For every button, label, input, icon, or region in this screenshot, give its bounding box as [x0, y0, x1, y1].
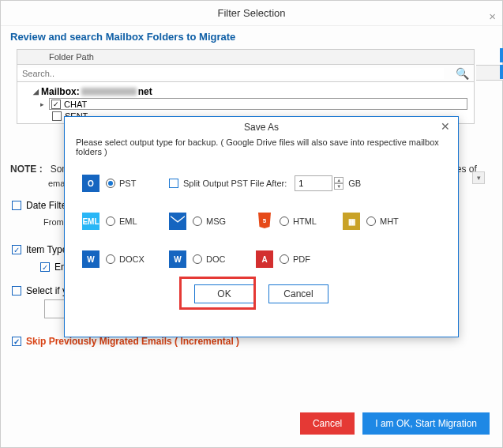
dialog-title-row: Save As ✕ [65, 117, 458, 136]
item-type-label: Item Type [26, 244, 67, 255]
dialog-title: Save As [244, 122, 279, 133]
folder-tree: Folder Path ▲ ✓ ✕ 🔍 ◢ Mailbox: net ▸ ✓ C… [17, 49, 486, 124]
start-migration-button[interactable]: I am OK, Start Migration [362, 412, 490, 435]
format-doc[interactable]: W DOC [169, 250, 256, 268]
checkbox[interactable] [12, 201, 21, 210]
spin-down-icon: ▼ [334, 183, 343, 190]
bottom-buttons: Cancel I am OK, Start Migration [300, 412, 490, 435]
caret-down-icon[interactable]: ◢ [33, 88, 41, 96]
check-all-button[interactable]: ✓ [500, 48, 503, 62]
tree-action-buttons: ✓ ✕ [500, 48, 503, 81]
checkbox[interactable] [40, 262, 50, 272]
checkbox[interactable] [12, 286, 21, 296]
word-icon: W [82, 250, 99, 268]
window-title: Filter Selection [218, 7, 286, 19]
format-mht[interactable]: ▦ MHT [343, 213, 430, 230]
header-sort-icon[interactable]: ▲ [476, 65, 503, 81]
word-icon: W [169, 250, 186, 268]
checkbox-split[interactable] [169, 179, 178, 188]
format-docx[interactable]: W DOCX [82, 250, 169, 268]
folder-row-chat[interactable]: ▸ ✓ CHAT [49, 98, 467, 110]
filter-selection-window: Filter Selection × Review and search Mai… [0, 0, 503, 448]
split-option[interactable]: Split Output PST File After: ▲▼ GB [169, 175, 361, 191]
folder-path-header[interactable]: Folder Path [17, 49, 475, 65]
split-value-input[interactable] [295, 175, 332, 191]
cancel-button[interactable]: Cancel [300, 412, 355, 435]
checkbox[interactable] [12, 245, 21, 254]
mailbox-label: Mailbox: [41, 86, 80, 97]
section-subtitle: Review and search Mailbox Folders to Mig… [1, 26, 502, 49]
folder-path-label: Folder Path [49, 52, 94, 62]
format-eml[interactable]: EML EML [82, 213, 169, 230]
eml-icon: EML [82, 213, 99, 230]
radio-html[interactable] [280, 216, 289, 226]
checkbox-sent[interactable] [52, 111, 62, 121]
folder-label: CHAT [64, 100, 87, 109]
radio-pst[interactable] [106, 179, 115, 188]
pdf-icon: A [256, 250, 273, 268]
mht-icon: ▦ [343, 213, 360, 230]
dialog-hint: Please select output type for backup. ( … [65, 136, 458, 164]
search-input[interactable] [17, 68, 444, 79]
uncheck-all-button[interactable]: ✕ [500, 65, 503, 79]
format-pst[interactable]: O PST [82, 175, 169, 192]
html5-icon: 5 [256, 213, 273, 230]
dialog-buttons: OK Cancel [65, 278, 458, 314]
spinner[interactable]: ▲▼ [334, 177, 343, 190]
radio-docx[interactable] [106, 254, 115, 264]
formats-grid: O PST Split Output PST File After: ▲▼ GB… [65, 164, 458, 278]
redacted [81, 88, 137, 96]
radio-eml[interactable] [106, 216, 115, 226]
svg-text:5: 5 [263, 217, 267, 224]
format-html[interactable]: 5 HTML [256, 213, 343, 230]
radio-pdf[interactable] [280, 254, 289, 264]
radio-doc[interactable] [193, 254, 202, 264]
close-icon[interactable]: × [489, 4, 496, 29]
format-pdf[interactable]: A PDF [256, 250, 343, 268]
caret-right-icon[interactable]: ▸ [40, 100, 48, 108]
split-label: Split Output PST File After: [183, 179, 287, 188]
ok-button[interactable]: OK [194, 284, 254, 303]
spin-up-icon: ▲ [334, 177, 343, 183]
envelope-icon [169, 213, 186, 230]
mailbox-suffix: net [138, 86, 152, 97]
checkbox[interactable] [12, 337, 21, 346]
outlook-icon: O [82, 175, 99, 192]
cancel-button[interactable]: Cancel [268, 284, 328, 303]
scroll-down-button[interactable]: ▾ [472, 171, 485, 184]
titlebar: Filter Selection × [1, 1, 502, 26]
split-unit: GB [348, 179, 361, 188]
radio-msg[interactable] [193, 216, 202, 226]
format-msg[interactable]: MSG [169, 213, 256, 230]
search-icon[interactable]: 🔍 [456, 67, 469, 80]
search-row: 🔍 [17, 65, 475, 82]
radio-mht[interactable] [366, 216, 376, 226]
checkbox-chat[interactable]: ✓ [51, 100, 61, 109]
save-as-dialog: Save As ✕ Please select output type for … [64, 116, 459, 337]
mailbox-row[interactable]: ◢ Mailbox: net [22, 85, 469, 98]
close-icon[interactable]: ✕ [441, 120, 450, 133]
note-prefix: NOTE : [10, 164, 43, 175]
